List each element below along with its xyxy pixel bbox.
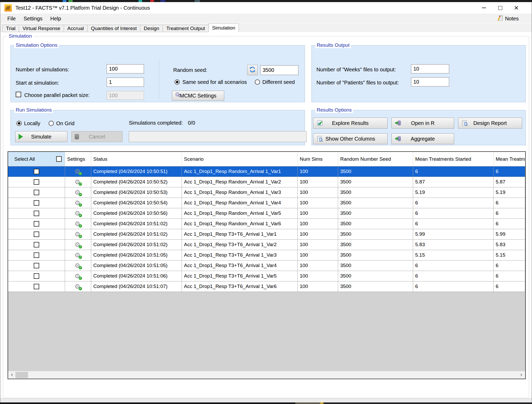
random-seed-label: Random seed: — [173, 67, 207, 73]
table-row[interactable]: ⚙✔Completed (04/26/2024 10:50:52)Acc 1_D… — [8, 177, 525, 187]
tab-design[interactable]: Design — [140, 25, 163, 32]
table-row[interactable]: ⚙✔Completed (04/26/2024 10:51:02)Acc 1_D… — [8, 219, 525, 229]
show-other-columns-button[interactable]: Show Other Columns — [313, 133, 388, 144]
on-grid-radio[interactable] — [49, 121, 54, 126]
simulations-completed-value: 0/0 — [188, 120, 195, 126]
row-checkbox[interactable] — [34, 242, 39, 247]
simulation-groupbox: Simulation Simulation Options Number of … — [3, 36, 529, 398]
menu-file[interactable]: File — [3, 14, 20, 24]
scroll-right-arrow[interactable]: › — [518, 371, 525, 379]
table-row[interactable]: ⚙✔Completed (04/26/2024 10:50:51)Acc 1_D… — [8, 166, 525, 177]
explore-results-button[interactable]: Explore Results — [313, 118, 388, 129]
chart-check-icon — [316, 120, 323, 126]
table-row[interactable]: ⚙✔Completed (04/26/2024 10:50:53)Acc 1_D… — [8, 187, 525, 198]
table-row[interactable]: ⚙✔Completed (04/26/2024 10:50:54)Acc 1_D… — [8, 198, 525, 208]
refresh-seed-button[interactable] — [247, 65, 258, 75]
row-checkbox[interactable] — [34, 221, 39, 227]
row-checkbox[interactable] — [34, 169, 39, 174]
table-body: ⚙✔Completed (04/26/2024 10:50:51)Acc 1_D… — [8, 166, 525, 292]
mcmc-settings-button[interactable]: ⚙⚙ MCMC Settings — [172, 91, 224, 101]
random-seed-input[interactable] — [260, 65, 298, 75]
menu-settings[interactable]: Settings — [20, 14, 46, 24]
row-checkbox[interactable] — [34, 252, 39, 258]
scroll-left-arrow[interactable]: ‹ — [9, 371, 15, 379]
row-checkbox[interactable] — [34, 179, 39, 185]
gear-check-icon[interactable]: ⚙✔ — [74, 178, 82, 186]
row-checkbox[interactable] — [34, 232, 39, 237]
different-seed-radio[interactable] — [255, 79, 260, 85]
minimize-button[interactable] — [476, 2, 492, 14]
column-header-settings: Settings — [65, 152, 91, 166]
status-cell: Completed (04/26/2024 10:50:54) — [91, 198, 182, 208]
same-seed-radio[interactable] — [175, 79, 180, 85]
weeks-files-input[interactable] — [411, 64, 449, 73]
num-sims-cell: 100 — [298, 250, 338, 260]
gear-check-icon[interactable]: ⚙✔ — [74, 168, 82, 175]
gear-check-icon[interactable]: ⚙✔ — [74, 220, 82, 227]
scrollbar-thumb[interactable] — [15, 372, 28, 378]
tab-simulation[interactable]: Simulation — [209, 24, 239, 32]
row-checkbox[interactable] — [34, 211, 39, 216]
start-at-simulation-input[interactable] — [107, 78, 144, 87]
gear-check-icon[interactable]: ⚙✔ — [74, 252, 82, 259]
table-row[interactable]: ⚙✔Completed (04/26/2024 10:50:56)Acc 1_D… — [8, 208, 525, 219]
gear-check-icon[interactable]: ⚙✔ — [74, 189, 82, 196]
column-header-select-all: Select All — [8, 152, 65, 166]
design-report-button[interactable]: Design Report — [458, 118, 522, 129]
close-button[interactable]: × — [508, 2, 524, 14]
patients-files-label: Number of "Patients" files to output: — [316, 79, 399, 86]
different-seed-label: Different seed — [262, 79, 295, 85]
menu-help[interactable]: Help — [47, 14, 65, 24]
row-settings-cell: ⚙✔ — [65, 261, 91, 271]
table-row[interactable]: ⚙✔Completed (04/26/2024 10:51:05)Acc 1_D… — [8, 250, 525, 261]
horizontal-scrollbar[interactable]: ‹ › — [8, 371, 525, 379]
num-sims-cell: 100 — [298, 240, 338, 250]
mean-treatments-started-cell: 6 — [413, 281, 494, 292]
row-checkbox[interactable] — [34, 200, 39, 206]
open-in-r-button[interactable]: Open in R — [391, 118, 454, 129]
row-select-cell — [8, 166, 65, 177]
row-checkbox[interactable] — [34, 273, 39, 279]
locally-radio[interactable] — [16, 121, 22, 126]
notes-button[interactable]: Notes — [497, 14, 519, 24]
gear-check-icon[interactable]: ⚙✔ — [74, 210, 82, 217]
simulate-button[interactable]: Simulate — [15, 131, 67, 142]
tab-trial[interactable]: Trial — [2, 25, 19, 32]
row-settings-cell: ⚙✔ — [65, 198, 91, 208]
number-of-simulations-input[interactable] — [107, 64, 144, 73]
tab-quantities-of-interest[interactable]: Quantities of Interest — [87, 25, 140, 32]
table-row[interactable]: ⚙✔Completed (04/26/2024 10:51:06)Acc 1_D… — [8, 271, 525, 281]
row-checkbox[interactable] — [34, 284, 39, 289]
tab-virtual-response[interactable]: Virtual Response — [19, 25, 64, 32]
random-number-seed-cell: 3500 — [338, 271, 413, 281]
table-row[interactable]: ⚙✔Completed (04/26/2024 10:51:02)Acc 1_D… — [8, 229, 525, 240]
select-all-checkbox[interactable] — [56, 156, 62, 162]
parallel-packet-checkbox[interactable] — [16, 92, 21, 97]
cancel-button[interactable]: Cancel — [71, 131, 123, 142]
random-number-seed-cell: 3500 — [338, 198, 413, 208]
scenario-cell: Acc 1_Drop1_Resp T3+T6_Arrival 1_Var6 — [182, 281, 298, 292]
gear-check-icon[interactable]: ⚙✔ — [74, 199, 82, 206]
num-sims-cell: 100 — [298, 177, 338, 187]
table-row[interactable]: ⚙✔Completed (04/26/2024 10:51:02)Acc 1_D… — [8, 240, 525, 250]
aggregate-button[interactable]: Aggregate — [391, 133, 454, 144]
table-row[interactable]: ⚙✔Completed (04/26/2024 10:51:05)Acc 1_D… — [8, 261, 525, 271]
gear-check-icon[interactable]: ⚙✔ — [74, 273, 82, 280]
num-sims-cell: 100 — [298, 198, 338, 208]
maximize-button[interactable] — [492, 2, 508, 14]
row-checkbox[interactable] — [34, 190, 39, 195]
simulation-legend: Simulation — [7, 33, 33, 39]
patients-files-input[interactable] — [411, 77, 449, 86]
gear-check-icon[interactable]: ⚙✔ — [74, 262, 82, 269]
row-select-cell — [8, 187, 65, 198]
row-checkbox[interactable] — [34, 263, 39, 268]
title-bar: Test12 - FACTS™ v7.1 Platform Trial Desi… — [0, 2, 532, 14]
tab-accrual[interactable]: Accrual — [64, 25, 88, 32]
gear-check-icon[interactable]: ⚙✔ — [74, 231, 82, 238]
tab-treatment-output[interactable]: Treatment Output — [163, 25, 209, 32]
gear-check-icon[interactable]: ⚙✔ — [74, 283, 82, 290]
scenario-cell: Acc 1_Drop1_Resp T3+T6_Arrival 1_Var2 — [182, 240, 298, 250]
gear-check-icon[interactable]: ⚙✔ — [74, 241, 82, 248]
table-row[interactable]: ⚙✔Completed (04/26/2024 10:51:07)Acc 1_D… — [8, 281, 525, 292]
scenario-cell: Acc 1_Drop1_Resp Random_Arrival 1_Var5 — [182, 208, 298, 218]
